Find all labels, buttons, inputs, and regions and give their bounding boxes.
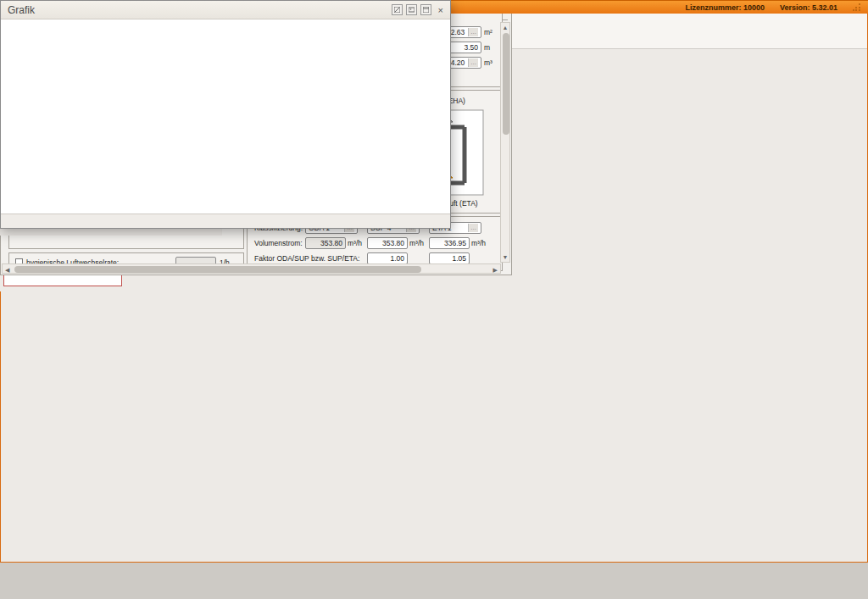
eta-vol-field[interactable]: 336.95 (429, 237, 470, 249)
image-icon[interactable] (406, 4, 417, 15)
chart-window-title: Grafik (8, 4, 35, 16)
chart-window-close-icon[interactable]: × (438, 5, 443, 15)
sup-vol-field[interactable]: 353.80 (367, 237, 408, 249)
volumenstrom-label: Volumenstrom: (254, 239, 303, 247)
window-icon[interactable] (420, 4, 431, 15)
faktor-eta-field[interactable]: 1.05 (429, 252, 470, 264)
form-hscrollbar[interactable]: ◀ ▶ (2, 263, 501, 274)
faktor-sup-field[interactable]: 1.00 (367, 252, 408, 264)
version-label: Version: 5.32.01 (780, 3, 837, 12)
raumflaeche-unit: m² (484, 28, 492, 36)
chart-window[interactable]: Grafik × (0, 0, 451, 229)
raumhoehe-unit: m (484, 43, 490, 52)
raumvolumen-unit: m³ (484, 58, 492, 67)
faktor-label: Faktor ODA/SUP bzw. SUP/ETA: (254, 254, 359, 263)
co2-line-chart (1, 19, 450, 214)
form-vscrollbar[interactable]: ▲ ▼ (500, 22, 510, 263)
chart-window-titlebar[interactable]: Grafik × (1, 1, 450, 19)
oda-vol-field[interactable]: 353.80 (305, 237, 346, 249)
license-label: Lizenznummer: 10000 (685, 3, 765, 12)
resize-grip[interactable] (853, 3, 861, 13)
export-icon[interactable] (392, 4, 403, 15)
